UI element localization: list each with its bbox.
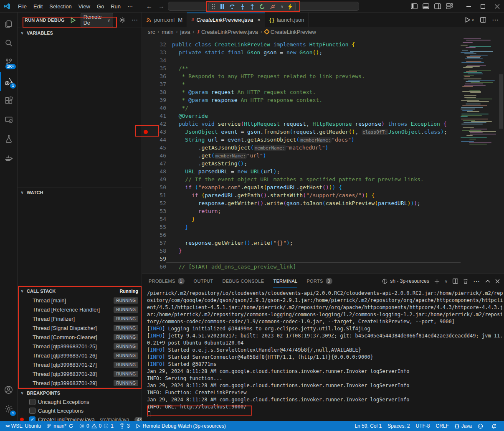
menu-edit[interactable]: Edit — [30, 2, 46, 11]
remote-explorer-icon[interactable] — [0, 110, 18, 129]
explorer-icon[interactable] — [0, 14, 18, 33]
panel-tab-terminal[interactable]: TERMINAL — [273, 274, 297, 288]
history-forward-button[interactable]: → — [158, 3, 165, 10]
account-icon[interactable] — [0, 380, 18, 399]
editor-scrollbar[interactable] — [499, 74, 503, 129]
new-terminal-button[interactable] — [434, 279, 440, 284]
testing-icon[interactable] — [0, 129, 18, 149]
code-line-43[interactable]: 43 JsonObject event = gson.fromJson(requ… — [142, 128, 504, 136]
split-terminal-button[interactable] — [453, 279, 458, 284]
cursor-position-status[interactable]: Ln 59, Col 1 — [352, 421, 385, 431]
breadcrumb-item[interactable]: J CreateLinkPreview.java — [197, 28, 258, 35]
code-editor[interactable]: 32 public class CreateLinkPreview implem… — [142, 37, 504, 274]
glyph-margin[interactable] — [142, 144, 149, 152]
glyph-margin[interactable] — [142, 120, 149, 128]
watch-section-header[interactable]: ∨ WATCH — [18, 187, 142, 197]
glyph-margin[interactable] — [142, 72, 149, 80]
docker-icon[interactable] — [0, 149, 18, 168]
source-control-icon[interactable]: 1K+ — [0, 53, 18, 72]
code-line-35[interactable]: 35 /** — [142, 64, 504, 72]
glyph-margin[interactable] — [142, 88, 149, 96]
toggle-panel-icon[interactable] — [421, 0, 431, 13]
drag-handle-icon[interactable] — [212, 4, 215, 10]
glyph-margin[interactable] — [142, 175, 149, 183]
code-line-50[interactable]: 50 if ("example.com".equals(parsedURL.ge… — [142, 183, 504, 191]
kill-terminal-icon[interactable] — [463, 279, 468, 284]
breakpoint-checkbox[interactable] — [29, 408, 35, 414]
breadcrumb-item[interactable]: main — [162, 29, 173, 35]
glyph-margin[interactable] — [142, 48, 149, 56]
glyph-margin[interactable] — [142, 247, 149, 255]
code-line-44[interactable]: 44 String url = event.getAsJsonObject(me… — [142, 136, 504, 144]
feedback-status[interactable] — [475, 421, 488, 431]
breakpoints-section-header[interactable]: ∨ BREAKPOINTS — [18, 388, 142, 398]
code-line-49[interactable]: 49 // If the event object URL matches a … — [142, 175, 504, 183]
minimap[interactable] — [461, 38, 497, 146]
callstack-thread-row[interactable]: Thread [Signal Dispatcher] RUNNING — [18, 323, 142, 332]
views-more-actions-icon[interactable]: ⋯ — [132, 16, 138, 24]
callstack-thread-row[interactable]: Thread [qtp399683701-28] RUNNING — [18, 369, 142, 378]
notifications-status[interactable] — [488, 421, 501, 431]
chevron-down-icon[interactable]: ∨ — [281, 4, 284, 9]
breakpoint-dot[interactable] — [142, 128, 149, 136]
code-line-56[interactable]: 56 — [142, 231, 504, 239]
callstack-thread-row[interactable]: Thread [qtp399683701-27] RUNNING — [18, 360, 142, 369]
callstack-thread-row[interactable]: Thread [qtp399683701-29] RUNNING — [18, 378, 142, 388]
step-over-button[interactable] — [229, 4, 236, 10]
breadcrumb-item[interactable]: src — [148, 29, 155, 35]
problems-status[interactable]: 0 0 1 — [76, 421, 117, 431]
code-line-33[interactable]: 33 private static final Gson gson = new … — [142, 48, 504, 56]
code-line-59[interactable]: 59 — [142, 255, 504, 263]
maximize-panel-icon[interactable] — [485, 279, 490, 283]
customize-layout-icon[interactable] — [445, 0, 454, 13]
code-line-38[interactable]: 38 * @param request An HTTP request cont… — [142, 88, 504, 96]
terminal-instance-item[interactable]: sh - 3p-resources — [382, 278, 429, 284]
history-back-button[interactable]: ← — [146, 3, 152, 10]
glyph-margin[interactable] — [142, 41, 149, 48]
menu-selection[interactable]: Selection — [46, 2, 75, 11]
breadcrumb[interactable]: src› main› java› J CreateLinkPreview.jav… — [142, 27, 504, 37]
code-line-51[interactable]: 51 if (parsedURL.getPath().startsWith("/… — [142, 191, 504, 199]
encoding-status[interactable]: UTF-8 — [413, 421, 433, 431]
maximize-button[interactable] — [476, 0, 490, 13]
tab-launch.json[interactable]: { } launch.json — [265, 13, 309, 27]
code-line-39[interactable]: 39 * @param response An HTTP response co… — [142, 96, 504, 104]
code-line-37[interactable]: 37 * — [142, 80, 504, 88]
breakpoint-row[interactable]: Caught Exceptions — [18, 406, 142, 415]
code-line-41[interactable]: 41 @Override — [142, 112, 504, 120]
code-line-52[interactable]: 52 response.getWriter().write(gson.toJso… — [142, 199, 504, 207]
hot-code-replace-button[interactable] — [288, 4, 292, 10]
run-and-debug-icon[interactable]: 1 — [0, 72, 18, 91]
split-editor-button[interactable] — [480, 17, 486, 23]
panel-tab-ports[interactable]: PORTS 3 — [306, 274, 332, 288]
configure-gear-icon[interactable] — [119, 17, 126, 23]
step-out-button[interactable] — [250, 4, 255, 10]
code-line-45[interactable]: 45 .getAsJsonObject(memberName:"matchedU… — [142, 144, 504, 152]
code-line-48[interactable]: 48 URL parsedURL = new URL(url); — [142, 167, 504, 175]
code-line-32[interactable]: 32 public class CreateLinkPreview implem… — [142, 41, 504, 48]
glyph-margin[interactable] — [142, 223, 149, 231]
breadcrumb-item[interactable]: java — [180, 29, 190, 35]
panel-tab-problems[interactable]: PROBLEMS 1 — [149, 274, 185, 288]
close-tab-icon[interactable]: × — [257, 17, 261, 23]
callstack-thread-row[interactable]: Thread [main] RUNNING — [18, 296, 142, 305]
launch-config-select[interactable]: Remote De ∨ — [81, 13, 113, 27]
glyph-margin[interactable] — [142, 239, 149, 247]
run-file-button[interactable]: ∨ — [465, 17, 474, 23]
minimize-button[interactable] — [461, 0, 476, 13]
glyph-margin[interactable] — [142, 215, 149, 223]
search-icon[interactable] — [0, 33, 18, 53]
code-line-40[interactable]: 40 */ — [142, 104, 504, 112]
panel-more-actions-icon[interactable]: ⋯ — [473, 277, 480, 285]
code-line-55[interactable]: 55 } — [142, 223, 504, 231]
terminal-output[interactable]: /pierrick/.m2/repository/io/cloudevents/… — [142, 288, 504, 421]
glyph-margin[interactable] — [142, 255, 149, 263]
code-line-57[interactable]: 57 response.getWriter().write("{}"); — [142, 239, 504, 247]
glyph-margin[interactable] — [142, 183, 149, 191]
glyph-margin[interactable] — [142, 112, 149, 120]
tab-pom.xml[interactable]: pom.xml M — [142, 13, 187, 27]
callstack-thread-row[interactable]: Thread [Finalizer] RUNNING — [18, 314, 142, 323]
branch-status[interactable]: main* — [44, 421, 76, 431]
debug-session-status[interactable]: Remote Debug Watch (3p-resources) — [133, 421, 229, 431]
indentation-status[interactable]: Spaces: 2 — [385, 421, 413, 431]
